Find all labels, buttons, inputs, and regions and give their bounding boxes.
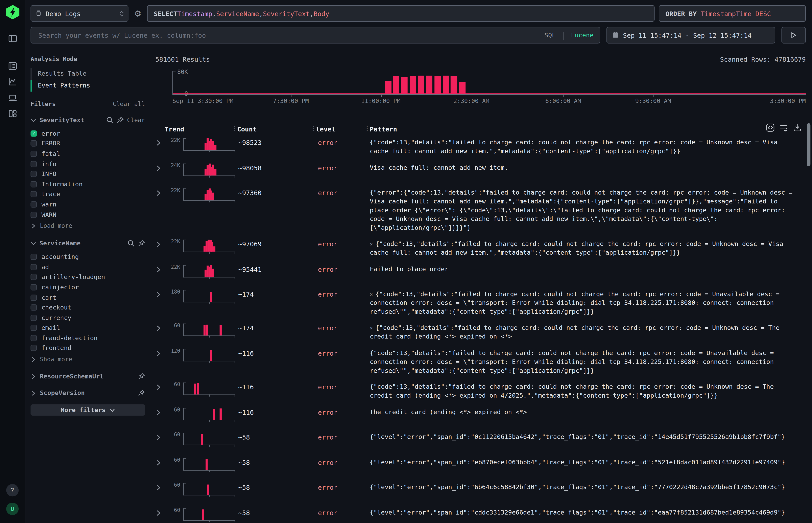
expand-row-icon[interactable] <box>155 241 162 248</box>
filter-group-resourceschemaurl[interactable]: ResourceSchemaUrl <box>31 372 145 381</box>
pattern-row-5[interactable]: 22K~95441errorFailed to place order <box>155 261 806 287</box>
filter-option-info[interactable]: info <box>31 159 145 169</box>
pattern-row-8[interactable]: 120~116error{"code":13,"details":"failed… <box>155 345 806 379</box>
filter-option-info[interactable]: INFO <box>31 169 145 179</box>
filter-option-error[interactable]: ERROR <box>31 139 145 149</box>
source-settings-gear-icon[interactable]: ⚙ <box>133 8 143 18</box>
mode-toggle-lucene[interactable]: Lucene <box>571 32 593 39</box>
pattern-row-9[interactable]: 60~116error{"code":13,"details":"failed … <box>155 379 806 404</box>
download-icon[interactable] <box>793 123 802 132</box>
analysis-mode-event-patterns[interactable]: Event Patterns <box>31 80 145 92</box>
load-more-link[interactable]: Load more <box>31 221 145 231</box>
checkbox-icon[interactable] <box>31 161 37 167</box>
checkbox-icon[interactable] <box>31 181 37 187</box>
checkbox-checked-icon[interactable]: ✓ <box>31 130 37 137</box>
select-columns-editor[interactable]: SELECT Timestamp, ServiceName, SeverityT… <box>147 5 654 22</box>
checkbox-icon[interactable] <box>31 284 37 290</box>
sessions-icon[interactable] <box>7 92 18 103</box>
expand-row-icon[interactable] <box>155 485 162 491</box>
pin-icon[interactable] <box>138 240 145 247</box>
pattern-row-11[interactable]: 60~58error{"level":"error","span_id":"0c… <box>155 429 806 454</box>
clear-filter-link[interactable]: Clear <box>127 116 145 124</box>
filter-option-checkout[interactable]: checkout <box>31 303 145 312</box>
checkbox-icon[interactable] <box>31 314 37 321</box>
pattern-row-2[interactable]: 24K~98058errorVisa cache full: cannot ad… <box>155 160 806 185</box>
toggle-sidebar-icon[interactable] <box>7 33 18 44</box>
filter-group-name[interactable]: SeverityText <box>39 116 84 124</box>
filter-group-scopeversion[interactable]: ScopeVersion <box>31 388 145 398</box>
vertical-scrollbar[interactable] <box>807 123 810 166</box>
pattern-row-1[interactable]: 22K~98523error{"code":13,"details":"fail… <box>155 135 806 160</box>
checkbox-icon[interactable] <box>31 304 37 311</box>
chevron-down-icon[interactable] <box>31 118 36 123</box>
filter-group-name[interactable]: ServiceName <box>39 240 81 247</box>
pattern-row-10[interactable]: 60~116errorThe credit card (ending <*> e… <box>155 404 806 429</box>
show-more-link[interactable]: Show more <box>31 354 145 364</box>
results-histogram[interactable]: 80K 0 Sep 11 3:30:00 PM7:30:00 PM11:00:0… <box>155 71 806 105</box>
pin-icon[interactable] <box>138 373 145 380</box>
filter-option-cart[interactable]: cart <box>31 292 145 303</box>
expand-row-icon[interactable] <box>155 409 162 416</box>
checkbox-icon[interactable] <box>31 264 37 270</box>
checkbox-icon[interactable] <box>31 150 37 157</box>
filter-option-trace[interactable]: trace <box>31 189 145 199</box>
expand-row-icon[interactable] <box>155 384 162 390</box>
expand-row-icon[interactable] <box>155 140 162 146</box>
date-range-picker[interactable]: Sep 11 15:47:14 - Sep 12 15:47:14 <box>606 27 775 43</box>
search-logs-icon[interactable] <box>7 60 18 71</box>
pin-icon[interactable] <box>138 390 145 397</box>
pattern-row-3[interactable]: 22K~97360error{"error":{"code":13,"detai… <box>155 185 806 236</box>
expand-row-icon[interactable] <box>155 165 162 171</box>
expand-row-icon[interactable] <box>155 350 162 357</box>
expand-row-icon[interactable] <box>155 190 162 196</box>
filter-option-email[interactable]: email <box>31 323 145 333</box>
filter-option-warn[interactable]: WARN <box>31 210 145 220</box>
pattern-row-7[interactable]: 60~174error×{"code":13,"details":"failed… <box>155 320 806 345</box>
pattern-row-13[interactable]: 60~58error{"level":"error","span_id":"6b… <box>155 480 806 505</box>
checkbox-icon[interactable] <box>31 345 37 351</box>
run-search-button[interactable] <box>781 27 806 43</box>
source-selector[interactable]: Demo Logs <box>31 5 128 22</box>
search-input[interactable] <box>37 31 539 40</box>
filter-option-currency[interactable]: currency <box>31 313 145 323</box>
view-source-icon[interactable] <box>766 123 775 132</box>
checkbox-icon[interactable] <box>31 201 37 208</box>
expand-row-icon[interactable] <box>155 292 162 298</box>
filter-option-frontend[interactable]: frontend <box>31 343 145 353</box>
expand-row-icon[interactable] <box>155 459 162 466</box>
checkbox-icon[interactable] <box>31 274 37 280</box>
col-header-pattern[interactable]: Pattern <box>370 125 806 133</box>
checkbox-icon[interactable] <box>31 191 37 197</box>
checkbox-icon[interactable] <box>31 141 37 147</box>
search-icon[interactable] <box>106 116 113 124</box>
filter-option-ad[interactable]: ad <box>31 262 145 272</box>
exclude-pattern-icon[interactable]: × <box>370 292 373 297</box>
clear-all-filters-link[interactable]: Clear all <box>113 101 145 108</box>
mode-toggle-sql[interactable]: SQL <box>544 32 555 39</box>
help-button[interactable]: ? <box>6 484 19 497</box>
expand-row-icon[interactable] <box>155 267 162 273</box>
chevron-down-icon[interactable] <box>31 241 36 246</box>
analysis-mode-results-table[interactable]: Results Table <box>31 68 145 80</box>
pattern-row-14[interactable]: 60~58error{"level":"error","span_id":"cd… <box>155 505 806 523</box>
pin-icon[interactable] <box>117 116 124 124</box>
checkbox-icon[interactable] <box>31 171 37 177</box>
pattern-row-6[interactable]: 180~174error×{"code":13,"details":"faile… <box>155 287 806 320</box>
chart-explorer-icon[interactable] <box>7 76 18 87</box>
checkbox-icon[interactable] <box>31 212 37 218</box>
checkbox-icon[interactable] <box>31 254 37 260</box>
col-header-level[interactable]: level <box>316 125 370 133</box>
filter-option-cainjector[interactable]: cainjector <box>31 282 145 292</box>
exclude-pattern-icon[interactable]: × <box>370 241 373 247</box>
filter-option-accounting[interactable]: accounting <box>31 252 145 262</box>
filter-option-error[interactable]: ✓error <box>31 128 145 139</box>
expand-row-icon[interactable] <box>155 325 162 331</box>
col-header-trend[interactable]: Trend <box>164 125 237 133</box>
exclude-pattern-icon[interactable]: × <box>370 325 373 331</box>
filter-option-artillery-loadgen[interactable]: artillery-loadgen <box>31 272 145 282</box>
expand-row-icon[interactable] <box>155 434 162 441</box>
dashboards-icon[interactable] <box>7 108 18 119</box>
checkbox-icon[interactable] <box>31 294 37 301</box>
user-avatar[interactable]: U <box>6 503 19 515</box>
filter-option-information[interactable]: Information <box>31 179 145 189</box>
